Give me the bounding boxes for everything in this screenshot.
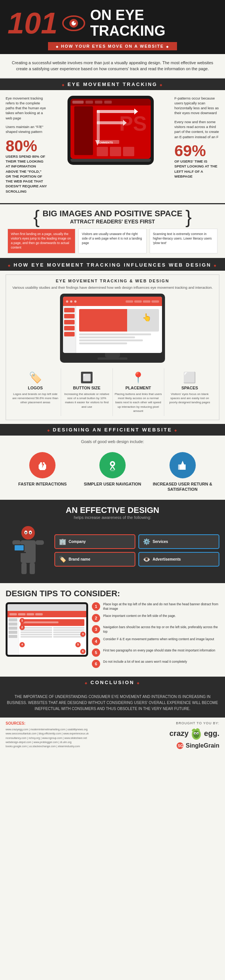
tablet-screen: COMMENTS PS bbox=[70, 99, 151, 159]
svg-rect-24 bbox=[39, 465, 40, 469]
simpler-icon-circle bbox=[99, 452, 126, 478]
eye-right-text-1: F-patterns occur because users typically… bbox=[174, 96, 219, 116]
big-images-box-3: Scanning text is extremely common in hig… bbox=[150, 229, 217, 253]
intro-section: Creating a successful website involves m… bbox=[0, 54, 225, 78]
eye-tracking-section: Eye movement tracking refers to the comp… bbox=[0, 90, 225, 203]
web-design-section-header: HOW EYE MOVEMENT TRACKING INFLUENCES WEB… bbox=[0, 259, 225, 271]
big-images-box-2: Visitors are usually unaware of the righ… bbox=[78, 229, 146, 253]
col-line-3 bbox=[21, 632, 52, 633]
tip-number-3: 3 bbox=[92, 625, 100, 633]
banner-text bbox=[22, 621, 59, 623]
col-line-5 bbox=[21, 636, 52, 638]
webpage-col-2 bbox=[53, 627, 85, 638]
monitor-hero-red bbox=[79, 309, 127, 331]
monitor-header bbox=[63, 297, 162, 306]
monitor-dot-2 bbox=[70, 301, 72, 303]
col-line-8 bbox=[53, 632, 85, 633]
button-size-desc: Increasing the absolute or relative size… bbox=[63, 392, 110, 409]
svg-rect-26 bbox=[40, 462, 42, 465]
return-icon bbox=[175, 458, 190, 473]
monitor-stand bbox=[105, 353, 120, 358]
svg-point-3 bbox=[74, 21, 76, 23]
tip-text-4: Consider F & E eye movement patterns whe… bbox=[103, 637, 214, 642]
services-icon: ⚙️ bbox=[143, 538, 151, 545]
single-grain: SG SingleGrain bbox=[159, 742, 219, 749]
placement-desc: Placing buttons and links that users mos… bbox=[115, 392, 162, 413]
mockup-num-3: 3 bbox=[80, 632, 86, 637]
monitor-nav-3 bbox=[143, 301, 151, 303]
tips-title: DESIGN TIPS TO CONSIDER: bbox=[6, 589, 219, 598]
faster-icon bbox=[35, 458, 50, 473]
text-line-2 bbox=[79, 336, 135, 338]
monitor-base bbox=[98, 358, 127, 360]
f-pattern-svg: COMMENTS PS bbox=[70, 99, 151, 159]
tips-section: DESIGN TIPS TO CONSIDER: bbox=[0, 583, 225, 677]
col-line-2 bbox=[21, 629, 52, 631]
text-line-1 bbox=[79, 333, 151, 335]
monitor-hero: 👆 bbox=[79, 309, 159, 331]
svg-point-33 bbox=[21, 526, 35, 539]
eye-tracking-layout: Eye movement tracking refers to the comp… bbox=[6, 96, 219, 197]
col-spaces: ⬜ SPACES Visitors' eyes focus on blank s… bbox=[164, 368, 215, 416]
col-logos: 🏷️ LOGOS Logos and brands on top left si… bbox=[10, 368, 61, 416]
svg-rect-32 bbox=[178, 465, 180, 470]
services-label: Services bbox=[153, 539, 168, 544]
mockup-num-5: 5 bbox=[75, 642, 81, 648]
crazy-egg-text: crazy bbox=[170, 729, 189, 738]
big-images-boxes: When first landing on a page, usually th… bbox=[8, 229, 217, 253]
monitor-nav-2 bbox=[134, 301, 142, 303]
tip-number-4: 4 bbox=[92, 637, 100, 646]
web-design-inner: EYE MOVEMENT TRACKING & WEB DESIGN Vario… bbox=[6, 274, 219, 420]
col-line-9 bbox=[53, 634, 85, 635]
monitor: 👆 bbox=[60, 294, 165, 363]
webpage-nav bbox=[8, 612, 86, 617]
designing-section-header: DESIGNING AN EFFICIENT WEBSITE bbox=[0, 424, 225, 436]
monitor-sidebar bbox=[63, 306, 76, 353]
sidebar-icon-1 bbox=[64, 308, 74, 312]
brand-label: Brand name bbox=[69, 557, 90, 562]
effective-boxes: 🏢 Company ⚙️ Services 🏷️ Brand name 👁️ A… bbox=[54, 534, 219, 566]
big-images-box-1: When first landing on a page, usually th… bbox=[8, 229, 75, 253]
eye-left-text: Eye movement tracking refers to the comp… bbox=[6, 96, 47, 197]
three-goals: FASTER INTERACTIONS SIMPLER USER NAVIGAT… bbox=[6, 448, 219, 496]
monitor-screen: 👆 bbox=[63, 297, 162, 353]
svg-point-51 bbox=[197, 733, 198, 734]
tips-right: 1 Place logo at the top left of the site… bbox=[92, 602, 219, 671]
monitor-content: 👆 bbox=[63, 306, 162, 353]
svg-rect-42 bbox=[30, 563, 35, 574]
web-design-desc: Various usability studies and their find… bbox=[10, 285, 215, 290]
svg-text:COMMENTS: COMMENTS bbox=[98, 141, 113, 144]
col-line-7 bbox=[53, 629, 85, 631]
svg-rect-19 bbox=[97, 147, 108, 156]
tablet-bottom bbox=[70, 159, 151, 162]
spaces-desc: Visitors' eyes focus on blank spaces and… bbox=[166, 392, 213, 405]
sources-links: www.crazyegg.com | moderninternetmarketi… bbox=[6, 727, 159, 748]
webpage-col-1 bbox=[21, 627, 52, 638]
webpage-mockup: 1 2 3 4 5 6 bbox=[6, 602, 88, 657]
stat-69-desc: OF USERS' TIME IS SPENT LOOKING AT THE L… bbox=[174, 159, 219, 179]
col-line-6 bbox=[53, 627, 85, 628]
tip-item-4: 4 Consider F & E eye movement patterns w… bbox=[92, 637, 219, 646]
svg-rect-45 bbox=[13, 552, 26, 553]
cursor-icon: 👆 bbox=[142, 313, 152, 322]
tip-text-6: Do not include a lot of text as users wo… bbox=[103, 660, 187, 664]
tablet-mockup: COMMENTS PS bbox=[68, 96, 154, 165]
webpage-right: 1 2 3 4 5 6 bbox=[19, 617, 86, 655]
webpage-left bbox=[8, 617, 19, 655]
effective-section: AN EFFECTIVE DESIGN helps increase aware… bbox=[0, 500, 225, 583]
tip-item-5: 5 First two paragraphs on every page sho… bbox=[92, 649, 219, 657]
spaces-title: SPACES bbox=[166, 386, 213, 390]
svg-rect-20 bbox=[110, 147, 121, 156]
col-line-1 bbox=[21, 627, 52, 628]
header-on-text: ON EYE TRACKING bbox=[90, 8, 217, 39]
brought-title: BROUGHT TO YOU BY: bbox=[159, 721, 219, 725]
tip-number-5: 5 bbox=[92, 649, 100, 657]
conclusion-text: THE IMPORTANCE OF UNDERSTANDING CONSUMER… bbox=[6, 694, 219, 712]
big-images-titles: BIG IMAGES AND POSITIVE SPACE ATTRACT RE… bbox=[43, 209, 183, 225]
company-label: Company bbox=[69, 539, 86, 544]
col-button-size: 🔲 BUTTON SIZE Increasing the absolute or… bbox=[61, 368, 112, 416]
eye-icon bbox=[61, 10, 86, 37]
return-icon-circle bbox=[170, 452, 196, 478]
monitor-wrapper: 👆 bbox=[60, 294, 165, 363]
svg-rect-41 bbox=[21, 563, 27, 574]
